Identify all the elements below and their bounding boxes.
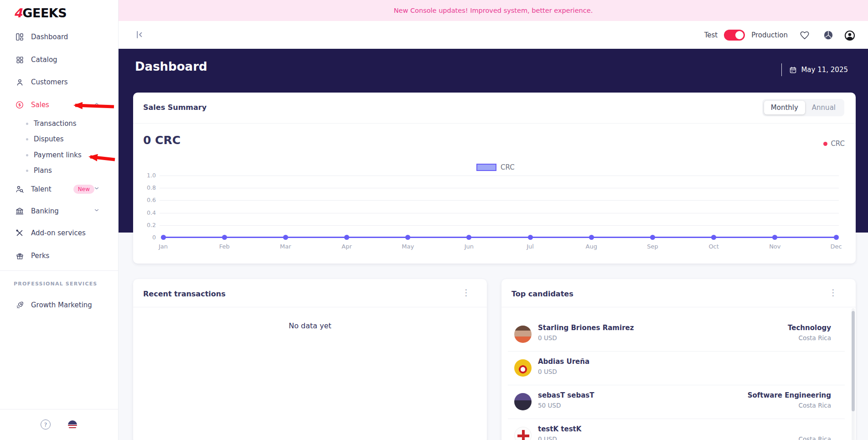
brand-logo[interactable]: 4GEEKS bbox=[14, 6, 67, 20]
scrollbar[interactable] bbox=[852, 308, 855, 440]
x-axis-tick: Feb bbox=[211, 243, 238, 250]
sidebar-item-talent[interactable]: Talent New bbox=[15, 182, 113, 196]
catalog-icon bbox=[15, 55, 24, 64]
sidebar-item-transactions[interactable]: Transactions bbox=[26, 118, 113, 129]
candidate-country: Costa Rica bbox=[799, 334, 831, 342]
x-axis-tick: Sep bbox=[639, 243, 666, 250]
series-line bbox=[163, 237, 836, 238]
tools-icon bbox=[15, 228, 24, 238]
console-app: New Console updates! Improved system, be… bbox=[0, 0, 868, 440]
data-point[interactable] bbox=[650, 235, 655, 240]
heart-icon[interactable] bbox=[800, 30, 810, 40]
candidate-avatar bbox=[514, 326, 532, 343]
topbar: Test Production bbox=[119, 21, 868, 49]
chevron-down-icon bbox=[93, 207, 100, 215]
sidebar: 4GEEKS Dashboard Catalog Customers $ Sal… bbox=[0, 0, 119, 440]
production-mode-label: Production bbox=[751, 31, 788, 39]
y-axis-tick: 0.2 bbox=[138, 222, 156, 228]
sidebar-item-banking[interactable]: Banking bbox=[15, 204, 113, 218]
candidate-name: Starling Briones Ramirez bbox=[538, 324, 634, 332]
divider bbox=[501, 307, 856, 307]
recent-transactions-title: Recent transactions bbox=[143, 290, 226, 298]
candidate-country: Costa Rica bbox=[799, 435, 831, 440]
data-point[interactable] bbox=[405, 235, 410, 240]
date-text: May 11, 2025 bbox=[801, 66, 848, 74]
calendar-icon bbox=[789, 66, 797, 74]
candidate-country: Costa Rica bbox=[799, 402, 831, 409]
toggle-knob bbox=[735, 31, 744, 39]
candidate-row[interactable]: sebasT sebasT 50 USD Software Engineerin… bbox=[501, 385, 851, 419]
candidate-amount: 0 USD bbox=[538, 368, 557, 375]
page-title: Dashboard bbox=[135, 60, 207, 73]
x-axis-tick: Oct bbox=[700, 243, 728, 250]
bullet-icon bbox=[26, 138, 28, 140]
top-candidates-title: Top candidates bbox=[512, 290, 574, 298]
candidate-row[interactable]: testK testK 0 USD Costa Rica bbox=[501, 419, 851, 440]
announcement-banner[interactable]: New Console updates! Improved system, be… bbox=[119, 0, 868, 21]
data-point[interactable] bbox=[834, 235, 839, 240]
sales-icon: $ bbox=[15, 100, 24, 109]
scrollbar-thumb[interactable] bbox=[852, 311, 855, 411]
top-candidates-card: Top candidates ⋮ Starling Briones Ramire… bbox=[501, 279, 856, 440]
y-axis-tick: 0 bbox=[138, 234, 156, 241]
divider bbox=[781, 63, 782, 76]
environment-toggle[interactable] bbox=[724, 30, 745, 41]
sidebar-item-label: Sales bbox=[31, 101, 49, 109]
sidebar-item-addon-services[interactable]: Add-on services bbox=[15, 226, 113, 240]
sidebar-item-perks[interactable]: Perks bbox=[15, 249, 113, 263]
sidebar-item-label: Growth Marketing bbox=[31, 301, 92, 309]
candidate-name: Abdias Ureña bbox=[538, 357, 589, 366]
y-axis-tick: 0.6 bbox=[138, 197, 156, 203]
language-flag-icon[interactable] bbox=[68, 420, 77, 430]
sidebar-item-label: Perks bbox=[31, 252, 49, 260]
sidebar-item-payment-links[interactable]: Payment links bbox=[26, 149, 113, 161]
sidebar-item-dashboard[interactable]: Dashboard bbox=[15, 30, 113, 44]
x-axis-tick: Jun bbox=[455, 243, 483, 250]
data-point[interactable] bbox=[711, 235, 716, 240]
talent-icon bbox=[15, 185, 24, 194]
new-badge: New bbox=[73, 185, 94, 194]
sidebar-item-plans[interactable]: Plans bbox=[26, 165, 113, 176]
sidebar-divider bbox=[0, 270, 118, 271]
candidate-amount: 0 USD bbox=[538, 435, 557, 440]
chevron-down-icon bbox=[93, 185, 100, 193]
sidebar-item-catalog[interactable]: Catalog bbox=[15, 53, 113, 67]
sidebar-item-sales[interactable]: $ Sales bbox=[15, 98, 113, 112]
data-point[interactable] bbox=[161, 235, 166, 240]
account-icon[interactable] bbox=[844, 30, 854, 40]
sidebar-sub-label: Plans bbox=[34, 166, 52, 175]
sidebar-item-label: Talent bbox=[31, 185, 52, 193]
sidebar-item-label: Catalog bbox=[31, 56, 57, 64]
data-point[interactable] bbox=[528, 235, 533, 240]
data-point[interactable] bbox=[772, 235, 777, 240]
help-icon[interactable]: ? bbox=[41, 419, 51, 430]
kebab-menu-icon[interactable]: ⋮ bbox=[829, 288, 837, 297]
candidate-amount: 50 USD bbox=[538, 402, 561, 409]
data-point[interactable] bbox=[344, 235, 349, 240]
x-axis-tick: Aug bbox=[578, 243, 605, 250]
date-display[interactable]: May 11, 2025 bbox=[781, 63, 848, 76]
data-point[interactable] bbox=[589, 235, 594, 240]
sidebar-sub-label: Transactions bbox=[34, 119, 77, 128]
candidate-name: sebasT sebasT bbox=[538, 391, 594, 399]
sidebar-sub-label: Disputes bbox=[34, 135, 64, 143]
sidebar-item-growth-marketing[interactable]: Growth Marketing bbox=[15, 298, 113, 312]
candidate-row[interactable]: Starling Briones Ramirez 0 USD Technolog… bbox=[501, 317, 851, 351]
globe-icon[interactable] bbox=[823, 30, 833, 40]
candidate-row[interactable]: Abdias Ureña 0 USD bbox=[501, 351, 851, 385]
data-point[interactable] bbox=[222, 235, 227, 240]
sidebar-item-disputes[interactable]: Disputes bbox=[26, 133, 113, 145]
collapse-sidebar-icon[interactable] bbox=[133, 29, 145, 41]
section-label-professional-services: PROFESSIONAL SERVICES bbox=[14, 281, 98, 287]
bullet-icon bbox=[26, 170, 28, 172]
dashboard-icon bbox=[15, 32, 24, 41]
sidebar-footer-divider bbox=[0, 409, 118, 409]
data-point[interactable] bbox=[283, 235, 288, 240]
sidebar-item-customers[interactable]: Customers bbox=[15, 75, 113, 89]
sidebar-item-label: Customers bbox=[31, 78, 68, 86]
chart-series: JanFebMarAprMayJunJulAugSepOctNovDec bbox=[163, 93, 836, 264]
data-point[interactable] bbox=[466, 235, 471, 240]
kebab-menu-icon[interactable]: ⋮ bbox=[462, 288, 470, 297]
candidate-amount: 0 USD bbox=[538, 334, 557, 342]
y-axis-tick: 1.0 bbox=[138, 172, 156, 179]
